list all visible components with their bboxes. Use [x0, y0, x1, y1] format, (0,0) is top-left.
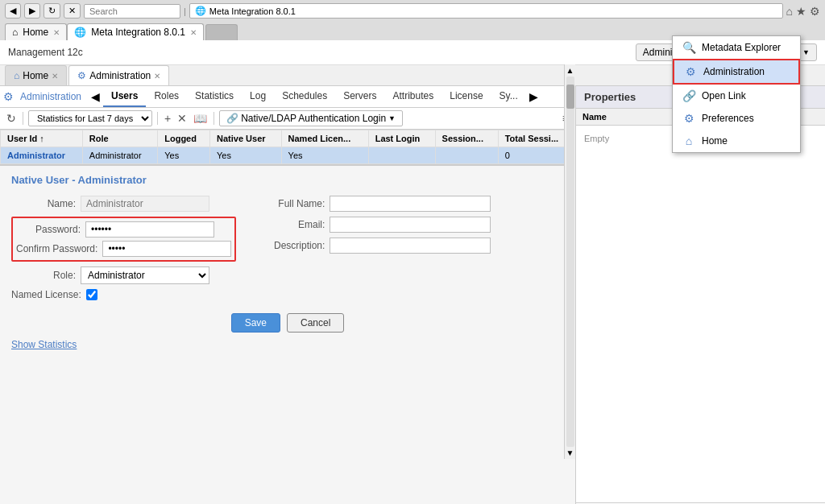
nav-refresh-btn[interactable]: ↻ [44, 3, 60, 19]
password-label: Password: [16, 224, 81, 235]
toolbar-sep-3 [214, 112, 214, 125]
save-button[interactable]: Save [231, 313, 280, 333]
admin-app-tab-close[interactable]: ✕ [154, 72, 160, 81]
browser-tab-home[interactable]: ⌂ Home ✕ [5, 23, 67, 40]
admin-app-tab-label: Administration [89, 70, 151, 81]
toolbar-sep-2 [157, 112, 158, 125]
browser-star-btn[interactable]: ★ [796, 5, 806, 18]
app-tab-admin[interactable]: ⚙ Administration ✕ [68, 65, 169, 85]
admin-nav-icon: ⚙ [3, 90, 14, 103]
fullname-row: Full Name: [260, 196, 491, 212]
menu-item-metadata-explorer[interactable]: 🔍 Metadata Explorer [673, 36, 800, 59]
home-tab-close[interactable]: ✕ [53, 28, 60, 37]
sub-tab-log[interactable]: Log [242, 86, 274, 107]
sub-tab-attributes[interactable]: Attributes [385, 86, 442, 107]
delete-user-btn[interactable]: ✕ [176, 110, 189, 126]
confirm-label: Confirm Password: [16, 243, 97, 254]
scroll-up-btn[interactable]: ▲ [566, 66, 574, 75]
menu-item-preferences[interactable]: ⚙ Preferences [673, 107, 800, 130]
sub-tab-schedules[interactable]: Schedules [274, 86, 335, 107]
auth-login-btn[interactable]: 🔗 Native/LDAP Authentication Login ▼ [219, 110, 403, 126]
col-user-id[interactable]: User Id ↑ [1, 130, 83, 147]
menu-item-open-link[interactable]: 🔗 Open Link [673, 85, 800, 107]
name-row: Name: [11, 196, 236, 212]
nav-back-btn[interactable]: ◀ [5, 3, 21, 19]
scroll-thumb[interactable] [566, 85, 574, 109]
administration-icon: ⚙ [684, 65, 697, 78]
auth-login-icon: 🔗 [226, 113, 238, 124]
confirm-password-input[interactable] [102, 241, 231, 257]
app-tab-home[interactable]: ⌂ Home ✕ [5, 65, 67, 85]
cell-native-user: Yes [210, 147, 282, 164]
book-btn[interactable]: 📖 [192, 110, 209, 126]
sub-tab-nav-prev[interactable]: ◀ [88, 89, 103, 105]
description-label: Description: [260, 240, 325, 251]
name-input[interactable] [81, 196, 209, 212]
description-input[interactable] [330, 238, 491, 254]
preferences-label: Preferences [702, 113, 754, 124]
form-scrollbar[interactable]: ▲ ▼ [564, 64, 575, 459]
auth-login-label: Native/LDAP Authentication Login [241, 113, 386, 124]
sub-tab-users[interactable]: Users [103, 86, 146, 107]
app-tab-label: Meta Integration 8.0.1 [91, 27, 185, 38]
app-tab-favicon: 🌐 [74, 27, 86, 38]
users-table: User Id ↑ Role Logged Native User Named … [0, 130, 575, 164]
browser-tab-app[interactable]: 🌐 Meta Integration 8.0.1 ✕ [67, 23, 204, 40]
col-native-user[interactable]: Native User [210, 130, 282, 147]
home-menu-icon: ⌂ [682, 134, 695, 147]
users-table-container: User Id ↑ Role Logged Native User Named … [0, 130, 575, 164]
app-tab-close[interactable]: ✕ [190, 28, 197, 37]
cell-session [435, 147, 498, 164]
cell-role: Administrator [82, 147, 157, 164]
col-logged[interactable]: Logged [158, 130, 210, 147]
password-input[interactable] [85, 221, 214, 238]
description-row: Description: [260, 238, 491, 254]
col-session[interactable]: Session... [435, 130, 498, 147]
nav-forward-btn[interactable]: ▶ [24, 3, 40, 19]
browser-search-input[interactable] [84, 4, 180, 19]
password-highlight-group: Password: Confirm Password: [11, 217, 236, 262]
cell-named-license: Yes [281, 147, 368, 164]
menu-item-administration[interactable]: ⚙ Administration [673, 59, 800, 85]
home-tab-icon: ⌂ [12, 27, 18, 38]
browser-chrome: ◀ ▶ ↻ ✕ | 🌐 Meta Integration 8.0.1 ⌂ ★ ⚙… [0, 0, 825, 40]
cancel-button[interactable]: Cancel [287, 313, 344, 333]
role-row: Role: Administrator [11, 266, 236, 284]
sub-tab-nav-next[interactable]: ▶ [526, 89, 541, 105]
home-app-tab-icon: ⌂ [14, 70, 19, 81]
auth-login-arrow: ▼ [388, 114, 396, 122]
browser-home-btn[interactable]: ⌂ [786, 5, 793, 18]
tools-dropdown-menu: 🔍 Metadata Explorer ⚙ Administration 🔗 O… [672, 35, 801, 153]
fullname-label: Full Name: [260, 198, 325, 209]
sub-tab-sy[interactable]: Sy... [491, 86, 526, 107]
open-link-icon: 🔗 [682, 89, 695, 102]
named-license-checkbox[interactable] [86, 289, 97, 300]
email-input[interactable] [330, 217, 491, 233]
browser-settings-btn[interactable]: ⚙ [810, 5, 820, 18]
scroll-down-btn[interactable]: ▼ [566, 448, 574, 457]
admin-nav-link[interactable]: Administration [14, 87, 88, 106]
metadata-explorer-icon: 🔍 [682, 41, 695, 54]
col-last-login[interactable]: Last Login [368, 130, 435, 147]
menu-item-home[interactable]: ⌂ Home [673, 130, 800, 152]
role-select[interactable]: Administrator [81, 266, 209, 284]
stats-dropdown[interactable]: Statistics for Last 7 days [28, 110, 152, 126]
sub-tab-roles[interactable]: Roles [146, 86, 187, 107]
open-link-label: Open Link [702, 90, 746, 101]
col-named-license[interactable]: Named Licen... [281, 130, 368, 147]
sub-tab-servers[interactable]: Servers [335, 86, 384, 107]
show-statistics-link[interactable]: Show Statistics [11, 339, 564, 350]
add-user-btn[interactable]: + [163, 110, 172, 126]
nav-stop-btn[interactable]: ✕ [64, 3, 81, 19]
email-row: Email: [260, 217, 491, 233]
role-label: Role: [11, 270, 76, 281]
preferences-icon: ⚙ [682, 112, 695, 125]
sub-tab-license[interactable]: License [442, 86, 491, 107]
table-row[interactable]: Administrator Administrator Yes Yes Yes … [1, 147, 575, 164]
refresh-btn[interactable]: ↻ [5, 110, 18, 126]
home-app-tab-close[interactable]: ✕ [52, 72, 58, 81]
col-role[interactable]: Role [82, 130, 157, 147]
email-label: Email: [260, 219, 325, 230]
fullname-input[interactable] [330, 196, 491, 212]
sub-tab-statistics[interactable]: Statistics [187, 86, 242, 107]
